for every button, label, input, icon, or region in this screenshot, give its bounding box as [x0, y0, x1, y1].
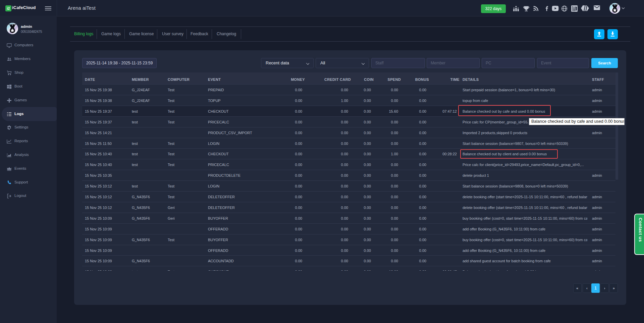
svg-text:PLATINUM: PLATINUM: [9, 24, 16, 25]
svg-text:i2: i2: [7, 6, 10, 10]
